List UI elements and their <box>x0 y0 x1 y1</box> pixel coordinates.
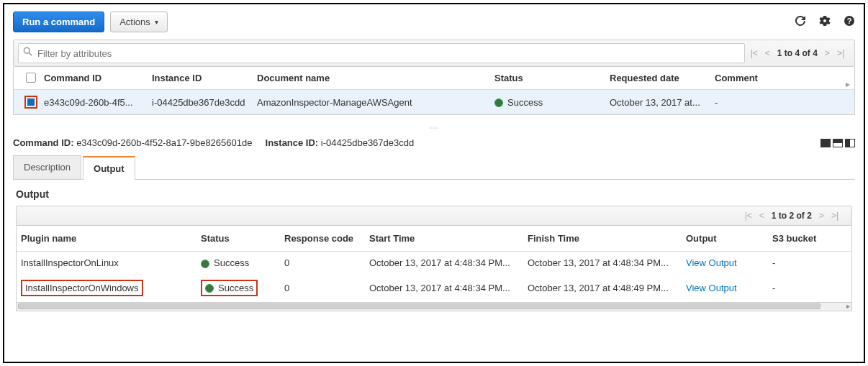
commands-table: Command ID Instance ID Document name Sta… <box>13 67 855 115</box>
instance-id-label: Instance ID: <box>266 137 319 148</box>
page-last-icon[interactable]: >| <box>837 48 844 58</box>
detail-header: Command ID: e343c09d-260b-4f52-8a17-9be8… <box>13 134 855 155</box>
detail-ids: Command ID: e343c09d-260b-4f52-8a17-9be8… <box>13 137 414 148</box>
view-output-link[interactable]: View Output <box>686 283 737 293</box>
layout-split-icon[interactable] <box>833 139 843 147</box>
app-frame: Run a command Actions ▾ ? <box>3 3 865 363</box>
refresh-icon[interactable] <box>795 15 806 29</box>
output-pager-bar: |< < 1 to 2 of 2 > >| <box>16 206 852 226</box>
filter-bar: |< < 1 to 4 of 4 > >| <box>13 40 855 67</box>
row-caret-icon: ▸ <box>846 79 850 89</box>
output-title: Output <box>16 188 852 200</box>
header-s3-bucket[interactable]: S3 bucket <box>772 233 847 244</box>
cell-start-time: October 13, 2017 at 4:48:34 PM... <box>369 283 528 293</box>
cell-response-code: 0 <box>284 283 369 293</box>
header-status[interactable]: Status <box>201 233 284 244</box>
header-comment[interactable]: Comment <box>715 73 850 83</box>
page-first-icon[interactable]: |< <box>745 211 752 221</box>
header-document-name[interactable]: Document name <box>257 73 494 83</box>
scrollbar-thumb[interactable] <box>18 303 820 309</box>
top-toolbar: Run a command Actions ▾ ? <box>13 12 855 32</box>
tab-description[interactable]: Description <box>13 155 81 179</box>
splitter-handle[interactable]: ▫▫▫ <box>13 124 855 132</box>
svg-line-3 <box>30 53 32 56</box>
cell-plugin-name: InstallInspectorOnWindows <box>21 280 143 296</box>
cell-comment: - <box>715 97 850 108</box>
table-row[interactable]: e343c09d-260b-4f5... i-04425dbe367de3cdd… <box>14 90 854 114</box>
header-instance-id[interactable]: Instance ID <box>152 73 257 83</box>
output-table-header: Plugin name Status Response code Start T… <box>17 226 851 252</box>
view-output-link[interactable]: View Output <box>686 257 737 268</box>
header-output[interactable]: Output <box>686 233 772 244</box>
command-id-value: e343c09d-260b-4f52-8a17-9be8265601de <box>76 137 252 148</box>
cell-finish-time: October 13, 2017 at 4:48:34 PM... <box>528 257 686 268</box>
page-prev-icon[interactable]: < <box>765 48 770 58</box>
header-plugin-name[interactable]: Plugin name <box>21 233 201 244</box>
output-section: Output |< < 1 to 2 of 2 > >| Plugin name… <box>13 188 855 311</box>
pager-output: |< < 1 to 2 of 2 > >| <box>739 211 844 221</box>
cell-requested-date: October 13, 2017 at... <box>610 97 715 108</box>
output-pager-text: 1 to 2 of 2 <box>772 211 812 221</box>
cell-document-name: AmazonInspector-ManageAWSAgent <box>257 97 494 108</box>
svg-point-2 <box>24 47 30 53</box>
pager-text: 1 to 4 of 4 <box>777 48 818 58</box>
page-first-icon[interactable]: |< <box>751 48 758 58</box>
page-prev-icon[interactable]: < <box>759 211 764 221</box>
cell-s3-bucket: - <box>772 257 847 268</box>
cell-plugin-name: InstallInspectorOnLinux <box>21 257 201 268</box>
status-success-icon <box>205 284 214 293</box>
actions-label: Actions <box>119 17 150 27</box>
search-icon <box>23 47 33 60</box>
output-row[interactable]: InstallInspectorOnWindows Success 0 Octo… <box>17 274 851 302</box>
header-requested-date[interactable]: Requested date <box>610 73 715 83</box>
status-success-icon <box>201 260 209 268</box>
cell-finish-time: October 13, 2017 at 4:48:49 PM... <box>528 283 686 293</box>
header-checkbox-col <box>18 73 44 83</box>
tab-output[interactable]: Output <box>83 156 135 180</box>
run-command-button[interactable]: Run a command <box>13 12 104 32</box>
horizontal-scrollbar[interactable]: ◂ ▸ <box>16 303 852 311</box>
cell-status: Success <box>494 97 610 108</box>
cell-command-id: e343c09d-260b-4f5... <box>44 97 152 108</box>
chevron-down-icon: ▾ <box>155 18 158 26</box>
cell-status: Success <box>201 280 258 296</box>
cell-s3-bucket: - <box>772 283 847 293</box>
row-checkbox[interactable] <box>24 96 37 109</box>
cell-start-time: October 13, 2017 at 4:48:34 PM... <box>369 257 528 268</box>
layout-toggle-group <box>820 139 855 147</box>
detail-tabs: Description Output <box>13 155 855 180</box>
command-id-label: Command ID: <box>13 137 74 148</box>
output-row[interactable]: InstallInspectorOnLinux Success 0 Octobe… <box>17 252 851 274</box>
filter-input[interactable] <box>37 48 740 59</box>
page-next-icon[interactable]: > <box>825 48 830 58</box>
cell-instance-id: i-04425dbe367de3cdd <box>152 97 257 108</box>
header-response-code[interactable]: Response code <box>284 233 369 244</box>
layout-row-icon[interactable] <box>820 139 831 147</box>
toolbar-left: Run a command Actions ▾ <box>13 12 168 32</box>
svg-text:?: ? <box>847 17 852 25</box>
header-status[interactable]: Status <box>494 73 610 83</box>
output-table: Plugin name Status Response code Start T… <box>16 226 852 303</box>
pager-top: |< < 1 to 4 of 4 > >| <box>745 48 850 58</box>
help-icon[interactable]: ? <box>844 15 855 29</box>
filter-input-wrap[interactable] <box>18 43 745 63</box>
page-last-icon[interactable]: >| <box>831 211 838 221</box>
select-all-checkbox[interactable] <box>26 73 36 83</box>
page-next-icon[interactable]: > <box>819 211 824 221</box>
cell-response-code: 0 <box>284 257 369 268</box>
header-start-time[interactable]: Start Time <box>369 233 528 244</box>
header-command-id[interactable]: Command ID <box>44 73 152 83</box>
instance-id-value: i-04425dbe367de3cdd <box>321 137 414 148</box>
actions-dropdown-button[interactable]: Actions ▾ <box>110 12 168 32</box>
header-finish-time[interactable]: Finish Time <box>528 233 686 244</box>
table-header-row: Command ID Instance ID Document name Sta… <box>14 67 854 90</box>
layout-col-icon[interactable] <box>845 139 855 147</box>
status-success-icon <box>494 99 503 107</box>
scroll-right-icon[interactable]: ▸ <box>846 302 850 310</box>
cell-status: Success <box>201 257 284 268</box>
toolbar-right: ? <box>795 15 855 29</box>
gear-icon[interactable] <box>819 15 831 29</box>
